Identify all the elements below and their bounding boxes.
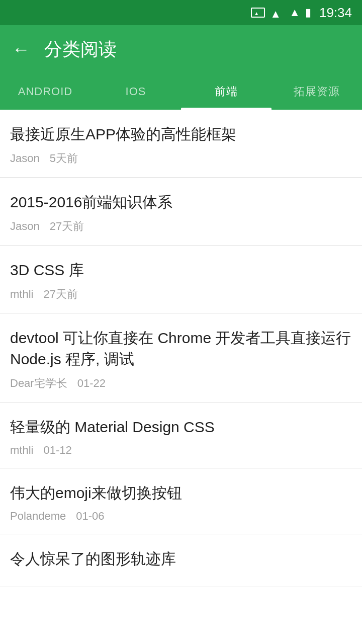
- article-title: 令人惊呆了的图形轨迹库: [10, 548, 352, 570]
- article-author: Dear宅学长: [10, 376, 67, 391]
- tab-ios[interactable]: IOS: [90, 73, 181, 110]
- list-item[interactable]: 3D CSS 库 mthli 27天前: [0, 246, 362, 313]
- list-item[interactable]: 伟大的emoji来做切换按钮 Polandeme 01-06: [0, 468, 362, 534]
- article-author: mthli: [10, 288, 33, 301]
- list-item[interactable]: devtool 可让你直接在 Chrome 开发者工具直接运行 Node.js …: [0, 313, 362, 403]
- list-item[interactable]: 令人惊呆了的图形轨迹库: [0, 534, 362, 587]
- article-title: devtool 可让你直接在 Chrome 开发者工具直接运行 Node.js …: [10, 328, 352, 370]
- signal-icon: [289, 6, 300, 19]
- article-time: 01-22: [77, 377, 106, 390]
- article-title: 最接近原生APP体验的高性能框架: [10, 124, 352, 145]
- article-title: 轻量级的 Material Design CSS: [10, 417, 352, 438]
- tab-frontend[interactable]: 前端: [181, 73, 272, 110]
- article-time: 01-12: [43, 444, 71, 457]
- article-title: 伟大的emoji来做切换按钮: [10, 482, 352, 504]
- article-meta: Polandeme 01-06: [10, 510, 352, 523]
- status-icons: 19:34: [251, 5, 352, 21]
- status-bar: 19:34: [0, 0, 362, 25]
- toolbar: ← 分类阅读: [0, 25, 362, 73]
- article-meta: Jason 27天前: [10, 219, 352, 234]
- article-author: Polandeme: [10, 510, 66, 523]
- article-list: 最接近原生APP体验的高性能框架 Jason 5天前 2015-2016前端知识…: [0, 110, 362, 587]
- article-time: 5天前: [50, 151, 78, 166]
- article-author: Jason: [10, 152, 40, 165]
- article-time: 27天前: [50, 219, 84, 234]
- image-icon: [251, 8, 265, 18]
- tab-android[interactable]: ANDROID: [0, 73, 90, 110]
- tab-resources[interactable]: 拓展资源: [272, 73, 362, 110]
- toolbar-title: 分类阅读: [44, 37, 117, 62]
- list-item[interactable]: 轻量级的 Material Design CSS mthli 01-12: [0, 403, 362, 468]
- article-meta: mthli 01-12: [10, 444, 352, 457]
- article-meta: mthli 27天前: [10, 287, 352, 302]
- battery-icon: [305, 6, 310, 19]
- back-button[interactable]: ←: [12, 40, 30, 58]
- tab-bar: ANDROID IOS 前端 拓展资源: [0, 73, 362, 110]
- status-time: 19:34: [319, 5, 352, 21]
- article-title: 3D CSS 库: [10, 260, 352, 281]
- article-time: 27天前: [43, 287, 77, 302]
- article-author: Jason: [10, 220, 40, 233]
- article-title: 2015-2016前端知识体系: [10, 192, 352, 213]
- article-time: 01-06: [76, 510, 104, 523]
- list-item[interactable]: 最接近原生APP体验的高性能框架 Jason 5天前: [0, 110, 362, 178]
- article-author: mthli: [10, 444, 33, 457]
- wifi-icon: [270, 8, 284, 18]
- article-meta: Dear宅学长 01-22: [10, 376, 352, 391]
- list-item[interactable]: 2015-2016前端知识体系 Jason 27天前: [0, 178, 362, 246]
- article-meta: Jason 5天前: [10, 151, 352, 166]
